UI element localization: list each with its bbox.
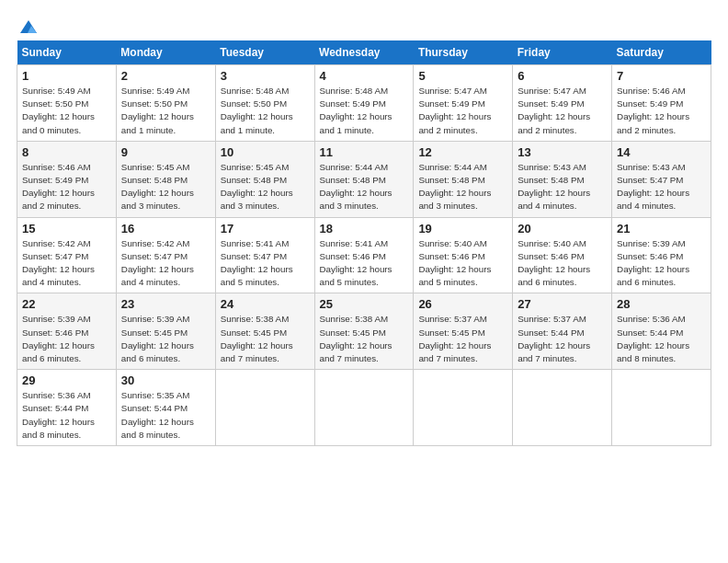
day-number: 19	[418, 222, 507, 236]
calendar-header-friday: Friday	[513, 40, 612, 65]
empty-cell	[612, 370, 711, 446]
day-info: Sunrise: 5:48 AM Sunset: 5:49 PM Dayligh…	[320, 85, 409, 137]
day-number: 26	[418, 297, 507, 311]
day-number: 10	[221, 145, 310, 159]
day-info: Sunrise: 5:38 AM Sunset: 5:45 PM Dayligh…	[221, 313, 310, 365]
calendar-day-11: 11Sunrise: 5:44 AM Sunset: 5:48 PM Dayli…	[314, 141, 414, 217]
day-info: Sunrise: 5:47 AM Sunset: 5:49 PM Dayligh…	[418, 85, 507, 137]
day-number: 14	[617, 145, 706, 159]
day-number: 23	[121, 297, 210, 311]
day-number: 16	[121, 222, 210, 236]
calendar-header-wednesday: Wednesday	[314, 40, 414, 65]
day-info: Sunrise: 5:41 AM Sunset: 5:47 PM Dayligh…	[221, 237, 310, 290]
day-info: Sunrise: 5:46 AM Sunset: 5:49 PM Dayligh…	[617, 85, 706, 137]
day-number: 15	[22, 222, 111, 236]
day-number: 12	[418, 145, 507, 159]
calendar-day-24: 24Sunrise: 5:38 AM Sunset: 5:45 PM Dayli…	[215, 293, 314, 370]
day-number: 5	[418, 69, 507, 83]
day-info: Sunrise: 5:39 AM Sunset: 5:46 PM Dayligh…	[22, 313, 111, 365]
day-info: Sunrise: 5:36 AM Sunset: 5:44 PM Dayligh…	[617, 313, 706, 365]
day-number: 7	[617, 69, 706, 83]
day-info: Sunrise: 5:44 AM Sunset: 5:48 PM Dayligh…	[418, 161, 507, 213]
day-number: 21	[617, 222, 706, 236]
calendar-day-21: 21Sunrise: 5:39 AM Sunset: 5:46 PM Dayli…	[612, 217, 711, 293]
calendar-day-27: 27Sunrise: 5:37 AM Sunset: 5:44 PM Dayli…	[513, 293, 612, 370]
day-info: Sunrise: 5:37 AM Sunset: 5:45 PM Dayligh…	[418, 313, 507, 365]
calendar-day-1: 1Sunrise: 5:49 AM Sunset: 5:50 PM Daylig…	[17, 65, 117, 142]
page: SundayMondayTuesdayWednesdayThursdayFrid…	[0, 0, 728, 563]
day-number: 29	[22, 373, 111, 387]
empty-cell	[314, 370, 414, 446]
day-info: Sunrise: 5:46 AM Sunset: 5:49 PM Dayligh…	[22, 161, 111, 213]
day-number: 6	[518, 69, 607, 83]
calendar-day-28: 28Sunrise: 5:36 AM Sunset: 5:44 PM Dayli…	[612, 293, 711, 370]
calendar-header-saturday: Saturday	[612, 40, 711, 65]
day-number: 28	[617, 297, 706, 311]
calendar-header-sunday: Sunday	[17, 40, 117, 65]
day-info: Sunrise: 5:44 AM Sunset: 5:48 PM Dayligh…	[320, 161, 409, 213]
day-number: 4	[320, 69, 409, 83]
empty-cell	[215, 370, 314, 446]
calendar-week-4: 22Sunrise: 5:39 AM Sunset: 5:46 PM Dayli…	[17, 293, 711, 370]
day-number: 1	[22, 69, 111, 83]
calendar-day-7: 7Sunrise: 5:46 AM Sunset: 5:49 PM Daylig…	[612, 65, 711, 142]
calendar-week-5: 29Sunrise: 5:36 AM Sunset: 5:44 PM Dayli…	[17, 370, 711, 446]
logo-bird-icon	[18, 17, 39, 37]
day-number: 20	[518, 222, 607, 236]
day-info: Sunrise: 5:40 AM Sunset: 5:46 PM Dayligh…	[518, 237, 607, 290]
calendar-day-20: 20Sunrise: 5:40 AM Sunset: 5:46 PM Dayli…	[513, 217, 612, 293]
calendar-day-9: 9Sunrise: 5:45 AM Sunset: 5:48 PM Daylig…	[116, 141, 215, 217]
day-number: 24	[221, 297, 310, 311]
calendar-header-thursday: Thursday	[414, 40, 513, 65]
calendar-week-2: 8Sunrise: 5:46 AM Sunset: 5:49 PM Daylig…	[17, 141, 711, 217]
day-info: Sunrise: 5:38 AM Sunset: 5:45 PM Dayligh…	[320, 313, 409, 365]
calendar-day-13: 13Sunrise: 5:43 AM Sunset: 5:48 PM Dayli…	[513, 141, 612, 217]
calendar-day-17: 17Sunrise: 5:41 AM Sunset: 5:47 PM Dayli…	[215, 217, 314, 293]
day-info: Sunrise: 5:39 AM Sunset: 5:46 PM Dayligh…	[617, 237, 706, 290]
day-number: 30	[121, 373, 210, 387]
day-info: Sunrise: 5:41 AM Sunset: 5:46 PM Dayligh…	[320, 237, 409, 290]
day-number: 27	[518, 297, 607, 311]
day-info: Sunrise: 5:40 AM Sunset: 5:46 PM Dayligh…	[418, 237, 507, 290]
calendar-day-18: 18Sunrise: 5:41 AM Sunset: 5:46 PM Dayli…	[314, 217, 414, 293]
day-info: Sunrise: 5:43 AM Sunset: 5:47 PM Dayligh…	[617, 161, 706, 213]
calendar-day-15: 15Sunrise: 5:42 AM Sunset: 5:47 PM Dayli…	[17, 217, 117, 293]
calendar-day-3: 3Sunrise: 5:48 AM Sunset: 5:50 PM Daylig…	[215, 65, 314, 142]
day-info: Sunrise: 5:42 AM Sunset: 5:47 PM Dayligh…	[121, 237, 210, 290]
calendar-day-4: 4Sunrise: 5:48 AM Sunset: 5:49 PM Daylig…	[314, 65, 414, 142]
day-info: Sunrise: 5:42 AM Sunset: 5:47 PM Dayligh…	[22, 237, 111, 290]
calendar-day-5: 5Sunrise: 5:47 AM Sunset: 5:49 PM Daylig…	[414, 65, 513, 142]
day-info: Sunrise: 5:35 AM Sunset: 5:44 PM Dayligh…	[121, 389, 210, 442]
day-number: 25	[320, 297, 409, 311]
calendar-day-19: 19Sunrise: 5:40 AM Sunset: 5:46 PM Dayli…	[414, 217, 513, 293]
day-number: 13	[518, 145, 607, 159]
day-number: 17	[221, 222, 310, 236]
day-number: 2	[121, 69, 210, 83]
day-info: Sunrise: 5:36 AM Sunset: 5:44 PM Dayligh…	[22, 389, 111, 442]
day-info: Sunrise: 5:47 AM Sunset: 5:49 PM Dayligh…	[518, 85, 607, 137]
calendar-day-23: 23Sunrise: 5:39 AM Sunset: 5:45 PM Dayli…	[116, 293, 215, 370]
day-info: Sunrise: 5:37 AM Sunset: 5:44 PM Dayligh…	[518, 313, 607, 365]
day-info: Sunrise: 5:48 AM Sunset: 5:50 PM Dayligh…	[221, 85, 310, 137]
calendar-header-row: SundayMondayTuesdayWednesdayThursdayFrid…	[17, 40, 711, 65]
calendar-week-1: 1Sunrise: 5:49 AM Sunset: 5:50 PM Daylig…	[17, 65, 711, 142]
day-number: 8	[22, 145, 111, 159]
day-number: 9	[121, 145, 210, 159]
day-info: Sunrise: 5:49 AM Sunset: 5:50 PM Dayligh…	[22, 85, 111, 137]
calendar-day-16: 16Sunrise: 5:42 AM Sunset: 5:47 PM Dayli…	[116, 217, 215, 293]
logo	[17, 17, 39, 33]
day-info: Sunrise: 5:45 AM Sunset: 5:48 PM Dayligh…	[221, 161, 310, 213]
day-number: 3	[221, 69, 310, 83]
day-info: Sunrise: 5:45 AM Sunset: 5:48 PM Dayligh…	[121, 161, 210, 213]
header	[17, 17, 711, 33]
day-info: Sunrise: 5:39 AM Sunset: 5:45 PM Dayligh…	[121, 313, 210, 365]
calendar-day-14: 14Sunrise: 5:43 AM Sunset: 5:47 PM Dayli…	[612, 141, 711, 217]
logo-line	[17, 17, 39, 37]
calendar-day-12: 12Sunrise: 5:44 AM Sunset: 5:48 PM Dayli…	[414, 141, 513, 217]
calendar-header-tuesday: Tuesday	[215, 40, 314, 65]
calendar-week-3: 15Sunrise: 5:42 AM Sunset: 5:47 PM Dayli…	[17, 217, 711, 293]
empty-cell	[513, 370, 612, 446]
empty-cell	[414, 370, 513, 446]
calendar-day-10: 10Sunrise: 5:45 AM Sunset: 5:48 PM Dayli…	[215, 141, 314, 217]
calendar-day-25: 25Sunrise: 5:38 AM Sunset: 5:45 PM Dayli…	[314, 293, 414, 370]
